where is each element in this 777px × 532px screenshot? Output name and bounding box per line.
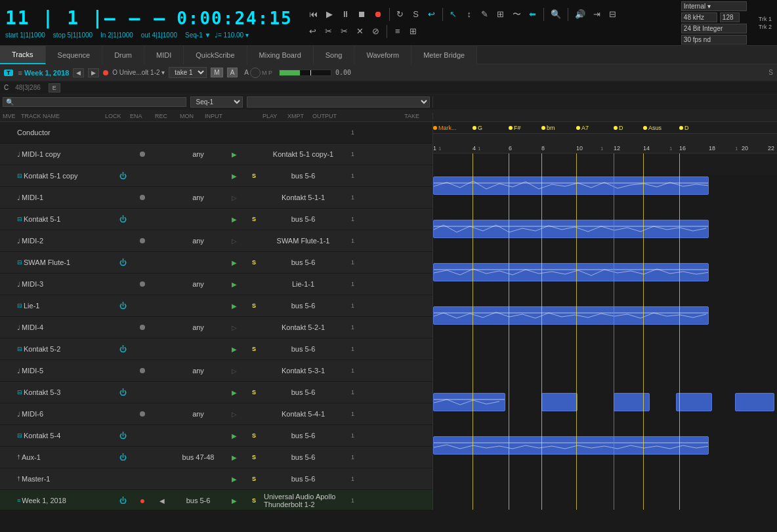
tool-pencil[interactable]: ✎	[478, 7, 492, 22]
e-button[interactable]: E	[49, 83, 60, 92]
output-cell: bus 5-6	[264, 302, 343, 310]
search-input[interactable]	[16, 98, 183, 106]
arrangement-area[interactable]: Mark... G F# bm A7	[433, 122, 777, 510]
pause-button[interactable]: ⏸	[338, 7, 353, 22]
ena-cell: ⏻	[113, 453, 133, 461]
col-xmpt-header: XMPT	[287, 113, 307, 119]
xmpt-cell: S	[244, 497, 264, 504]
arr-block[interactable]	[433, 436, 709, 455]
take-cell: 1	[343, 411, 366, 417]
tab-tracks[interactable]: Tracks	[0, 46, 46, 64]
swamflute1-track-row[interactable]: ⊟SWAM Flute-1 ⏻ ▶ S bus 5-6 1	[0, 252, 432, 274]
tool-wave[interactable]: 〜	[509, 7, 524, 22]
arr-block-2[interactable]	[541, 393, 578, 411]
conductor-track-name: Conductor	[14, 129, 93, 136]
arr-block-5[interactable]	[735, 393, 774, 411]
return-button[interactable]: ↩	[425, 7, 439, 22]
midi2-track-row[interactable]: ♩MIDI-2 any ▷ SWAM Flute-1-1 1	[0, 230, 432, 252]
separator	[543, 8, 544, 21]
arr-block-3[interactable]	[614, 393, 650, 411]
kontakt52-track-row[interactable]: ⊟Kontakt 5-2 ⏻ ▶ S bus 5-6 1	[0, 338, 432, 360]
m-button[interactable]: M	[211, 68, 222, 77]
tool-extra2[interactable]: ⊟	[606, 7, 620, 22]
tool-back[interactable]: ⬅	[526, 7, 540, 22]
midi5-track-row[interactable]: ♩MIDI-5 any ▷ Kontakt 5-3-1 1	[0, 360, 432, 382]
arr-block-4[interactable]	[676, 393, 712, 411]
tab-song[interactable]: Song	[314, 46, 355, 64]
midi1copy-track-row[interactable]: ♩MIDI-1 copy any ▶ Kontakt 5-1 copy-1 1	[0, 144, 432, 165]
midi3-track-row[interactable]: ♩MIDI-3 any ▶ Lie-1-1 1	[0, 274, 432, 295]
tab-drum[interactable]: Drum	[102, 46, 144, 64]
prev-nav[interactable]: ◀	[73, 68, 84, 77]
dial[interactable]	[250, 68, 261, 78]
transport-sub: start 1|1|1000 stop 5|1|1000 In 2|1|1000…	[5, 31, 249, 39]
loop-button[interactable]: ↻	[393, 7, 408, 22]
sample-rate-select[interactable]: 48 kHz	[681, 12, 717, 22]
arr-row-midi4	[433, 348, 777, 370]
tab-midi[interactable]: MIDI	[144, 46, 184, 64]
stop-button[interactable]: ⏹	[354, 7, 369, 22]
tabs-row: Tracks Sequence Drum MIDI QuickScribe Mi…	[0, 46, 777, 64]
tool-zoom[interactable]: ⊞	[494, 7, 508, 22]
midi4-track-row[interactable]: ♩MIDI-4 any ▷ Kontakt 5-2-1 1	[0, 317, 432, 338]
take-select[interactable]: take 1	[169, 67, 207, 78]
next-nav[interactable]: ▶	[88, 68, 99, 77]
tool-search[interactable]: 🔍	[547, 7, 564, 22]
xmpt-cell: S	[244, 476, 264, 482]
tool-arrow[interactable]: ↖	[446, 7, 461, 22]
arr-block[interactable]	[433, 306, 709, 325]
kontakt51-track-row[interactable]: ⊟Kontakt 5-1 ⏻ ▶ S bus 5-6 1	[0, 209, 432, 230]
seq-select[interactable]: Seq-1	[190, 96, 243, 108]
copy-button[interactable]: ⊘	[369, 24, 383, 39]
tool-extra1[interactable]: ⇥	[590, 7, 604, 22]
redo-button[interactable]: ✂	[322, 24, 336, 39]
extra-btn2[interactable]: ⊞	[406, 24, 421, 39]
lie1-track-row[interactable]: ⊟Lie-1 ⏻ ▶ S bus 5-6 1	[0, 295, 432, 317]
tab-sequence[interactable]: Sequence	[46, 46, 103, 64]
ruler-22: 22	[768, 145, 774, 152]
ruler-18: 18	[709, 145, 715, 152]
kontakt51copy-track-row[interactable]: ⊟Kontakt 5-1 copy ⏻ ▶ S bus 5-6 1	[0, 165, 432, 187]
a-button[interactable]: A	[227, 68, 238, 77]
cut-button[interactable]: ✂	[337, 24, 352, 39]
chord-label: Asus	[648, 125, 662, 131]
s-right-label: S	[768, 69, 773, 76]
bit-depth-select[interactable]: 128	[720, 12, 740, 22]
seq-label[interactable]: Seq-1 ▼ ♩= 110.00 ▾	[185, 31, 249, 39]
arr-block[interactable]	[433, 220, 709, 238]
tab-meter-bridge[interactable]: Meter Bridge	[411, 46, 477, 64]
master1-track-row[interactable]: †Master-1 ▶ S bus 5-6 1	[0, 468, 432, 490]
extra-btn1[interactable]: ≡	[390, 24, 405, 39]
chord-dot	[541, 126, 545, 130]
instrument-select[interactable]	[247, 96, 430, 108]
record-button[interactable]: ⏺	[371, 7, 386, 22]
ruler-14: 14	[643, 145, 650, 152]
ruler-1: 1	[433, 145, 436, 152]
tool-speaker[interactable]: 🔊	[572, 7, 589, 22]
arr-block-1[interactable]	[433, 393, 505, 411]
tool-cursor[interactable]: ↕	[462, 7, 476, 22]
tab-quickscribe[interactable]: QuickScribe	[184, 46, 247, 64]
kontakt54-track-row[interactable]: ⊟Kontakt 5-4 ⏻ ▶ S bus 5-6 1	[0, 425, 432, 447]
tab-mixing-board[interactable]: Mixing Board	[247, 46, 314, 64]
play-button[interactable]: ▶	[322, 7, 337, 22]
ruler-sub10: 1	[600, 146, 603, 152]
midi1-track-row[interactable]: ♩MIDI-1 any ▷ Kontakt 5-1-1 1	[0, 187, 432, 209]
aux1-track-row[interactable]: †Aux-1 ⏻ bus 47-48 ▶ S bus 5-6 1	[0, 447, 432, 468]
week2018-track-row[interactable]: ≡Week 1, 2018 ⏻ ● ◀ bus 5-6 ▶ S Universa…	[0, 490, 432, 510]
position-bars: 11 | 1 |— — –	[5, 7, 166, 29]
tab-waveform[interactable]: Waveform	[354, 46, 411, 64]
bit-format-select[interactable]: 24 Bit Integer	[681, 24, 747, 33]
midi6-track-row[interactable]: ♩MIDI-6 any ▷ Kontakt 5-4-1 1	[0, 403, 432, 425]
fps-select[interactable]: 30 fps nd	[681, 35, 747, 45]
internal-select[interactable]: Internal ▾	[681, 1, 747, 11]
click-button[interactable]: S	[409, 7, 423, 22]
undo-button[interactable]: ↩	[306, 24, 320, 39]
arr-block[interactable]	[433, 176, 709, 195]
conductor-track-row[interactable]: Conductor 1	[0, 122, 432, 144]
kontakt53-track-row[interactable]: ⊟Kontakt 5-3 ⏻ ▶ S bus 5-6 1	[0, 382, 432, 403]
arr-tracks	[433, 153, 777, 510]
arr-block[interactable]	[433, 263, 709, 281]
rewind-button[interactable]: ⏮	[306, 7, 321, 22]
delete-button[interactable]: ✕	[353, 24, 368, 39]
